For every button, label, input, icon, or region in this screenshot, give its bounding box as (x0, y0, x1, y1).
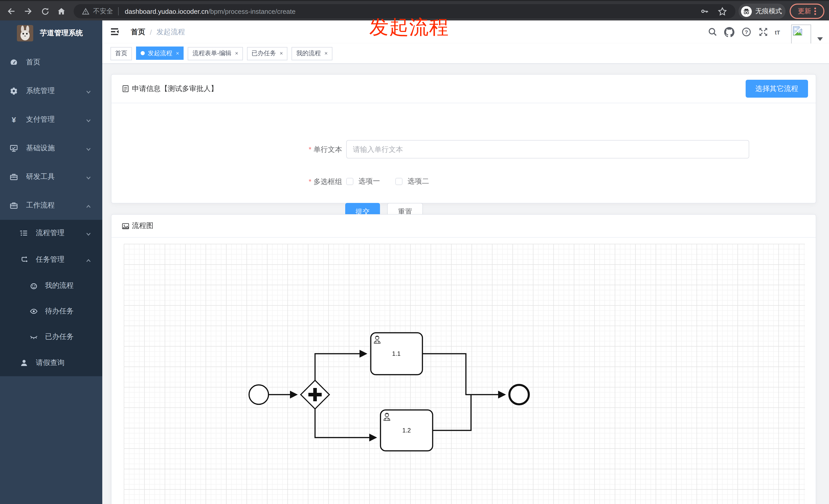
tab-close-icon[interactable]: × (324, 51, 328, 56)
chevron-down-icon (85, 231, 92, 237)
address-separator (118, 7, 119, 15)
single-line-input[interactable] (346, 140, 749, 158)
checkbox-label: 选项二 (407, 177, 429, 186)
sidebar-item-leave-query[interactable]: 请假查询 (0, 350, 102, 376)
bpmn-canvas[interactable]: 1.1 1.2 (124, 244, 805, 504)
tab-label: 我的流程 (296, 49, 321, 58)
sidebar-item-label: 支付管理 (26, 115, 55, 124)
checkbox-group: 选项一选项二 (346, 172, 444, 191)
chevron-up-icon (85, 258, 92, 264)
single-line-label: *单行文本 (255, 140, 342, 158)
sidebar-item-payment-mgmt[interactable]: ¥支付管理 (0, 105, 102, 134)
checkbox-option-2[interactable]: 选项二 (395, 177, 429, 186)
tab-close-icon[interactable]: × (280, 51, 283, 56)
password-key-icon[interactable] (700, 7, 709, 16)
checkbox-box[interactable] (395, 178, 402, 185)
user-task-1-node[interactable]: 1.1 (371, 333, 423, 375)
avatar-dropdown-caret-icon[interactable] (817, 37, 823, 41)
sidebar-item-my-process[interactable]: 我的流程 (0, 273, 102, 299)
home-icon (57, 7, 66, 16)
face-icon (30, 282, 38, 290)
sidebar-item-todo-tasks[interactable]: 待办任务 (0, 299, 102, 324)
required-asterisk: * (309, 178, 312, 186)
sidebar-item-task-mgmt[interactable]: 任务管理 (0, 246, 102, 273)
svg-text:tT: tT (775, 29, 780, 36)
browser-menu-dots-icon[interactable] (814, 7, 816, 15)
tab-流程表单-编辑[interactable]: 流程表单-编辑× (188, 47, 243, 60)
sidebar-item-label: 首页 (26, 58, 40, 67)
eye-closed-icon (30, 333, 38, 341)
checkbox-option-1[interactable]: 选项一 (346, 177, 380, 186)
process-diagram-title: 流程图 (132, 221, 153, 231)
hamburger-icon (109, 27, 120, 37)
sidebar-item-label: 工作流程 (26, 201, 55, 210)
flow-gateway-to-task2 (315, 409, 376, 437)
sidebar-item-label: 请假查询 (36, 358, 65, 367)
parallel-gateway-node[interactable] (301, 380, 329, 409)
chevron-down-icon (85, 89, 92, 95)
breadcrumb: 首页 / 发起流程 (131, 21, 185, 43)
toolbox-icon (10, 173, 18, 181)
user-icon (20, 359, 28, 367)
url-path: /bpm/process-instance/create (208, 7, 296, 15)
select-other-process-button[interactable]: 选择其它流程 (746, 80, 808, 98)
tab-已办任务[interactable]: 已办任务× (247, 47, 288, 60)
process-diagram-card: 流程图 (111, 214, 816, 504)
github-icon (724, 27, 734, 37)
browser-reload-button[interactable] (39, 5, 51, 17)
sidebar-item-home[interactable]: 首页 (0, 48, 102, 77)
task1-label: 1.1 (392, 350, 400, 357)
bookmark-star-icon[interactable] (718, 6, 727, 16)
tab-我的流程[interactable]: 我的流程× (292, 47, 332, 60)
sidebar-item-system-mgmt[interactable]: 系统管理 (0, 77, 102, 105)
task2-label: 1.2 (402, 427, 411, 434)
tab-close-icon[interactable]: × (176, 50, 179, 56)
flow-task1-to-join (423, 354, 466, 395)
page-annotation-title: 发起流程 (369, 14, 449, 40)
browser-forward-button[interactable] (22, 5, 34, 17)
chevron-down-icon (85, 146, 92, 152)
browser-back-button[interactable] (5, 5, 17, 17)
workflow-submenu: 流程管理任务管理我的流程待办任务已办任务请假查询 (0, 220, 102, 376)
navbar-actions: ? tT (700, 21, 823, 43)
user-task-2-node[interactable]: 1.2 (381, 410, 433, 451)
sidebar-item-done-tasks[interactable]: 已办任务 (0, 324, 102, 350)
fullscreen-button[interactable] (758, 27, 768, 37)
apply-info-title: 申请信息【测试多审批人】 (132, 84, 218, 93)
sidebar-item-label: 流程管理 (36, 229, 65, 238)
fullscreen-icon (758, 27, 768, 37)
url-domain: dashboard.yudao.iocoder.cn (125, 7, 208, 15)
user-avatar[interactable] (791, 25, 811, 44)
github-link[interactable] (724, 27, 734, 37)
dashboard-icon (10, 58, 18, 67)
sidebar-item-dev-tools[interactable]: 研发工具 (0, 162, 102, 191)
sidebar-item-infrastructure[interactable]: 基础设施 (0, 134, 102, 162)
sidebar-collapse-button[interactable] (109, 27, 120, 37)
incognito-label: 无痕模式 (755, 7, 782, 16)
back-arrow-icon (7, 7, 16, 16)
reload-icon (41, 7, 49, 15)
header-search-button[interactable] (707, 27, 718, 37)
active-tab-dot (141, 51, 145, 55)
browser-home-button[interactable] (55, 5, 68, 17)
picture-icon (122, 222, 130, 230)
incognito-badge: 无痕模式 (738, 4, 786, 19)
checkbox-box[interactable] (346, 178, 353, 185)
font-size-button[interactable]: tT (775, 27, 785, 37)
svg-text:¥: ¥ (12, 116, 16, 124)
sidebar-item-label: 任务管理 (36, 255, 65, 264)
tree-list-icon (20, 229, 28, 237)
process-diagram-card-header: 流程图 (111, 215, 816, 238)
start-event-node[interactable] (249, 385, 268, 404)
sidebar-item-workflow[interactable]: 工作流程 (0, 191, 102, 220)
tab-发起流程[interactable]: 发起流程× (136, 46, 184, 60)
breadcrumb-home[interactable]: 首页 (131, 27, 145, 37)
tab-首页[interactable]: 首页 (110, 47, 132, 60)
sidebar-item-process-mgmt[interactable]: 流程管理 (0, 220, 102, 246)
browser-update-button[interactable]: 更新 (790, 4, 824, 19)
help-docs-button[interactable]: ? (741, 27, 751, 37)
app-logo-row[interactable]: 芋道管理系统 (0, 21, 102, 46)
tab-close-icon[interactable]: × (235, 51, 238, 56)
end-event-node[interactable] (509, 385, 529, 404)
sidebar-item-label: 系统管理 (26, 86, 55, 95)
